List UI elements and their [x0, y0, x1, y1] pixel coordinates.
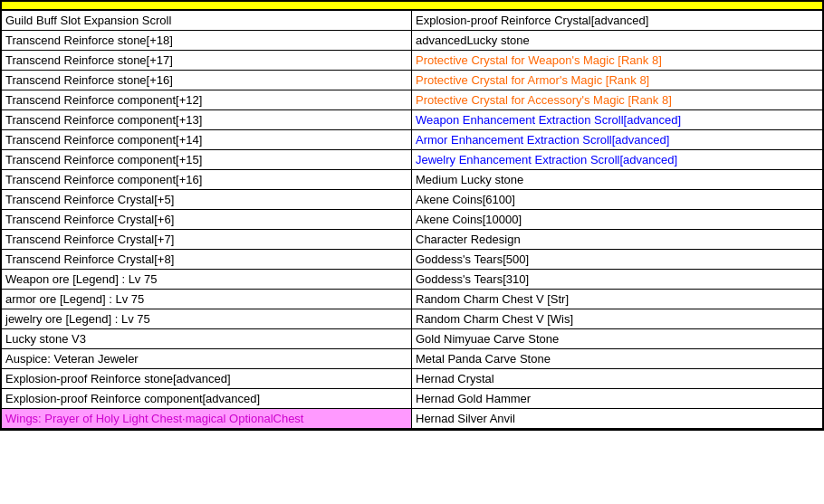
- table-row: Random Charm Chest V [Str]: [412, 290, 822, 309]
- table-row: Jewelry Enhancement Extraction Scroll[ad…: [412, 150, 822, 170]
- table-row: Explosion-proof Reinforce Crystal[advanc…: [412, 11, 822, 31]
- table-row: Armor Enhancement Extraction Scroll[adva…: [412, 130, 822, 150]
- table-row: Transcend Reinforce component[+14]: [2, 130, 412, 150]
- table-row: Random Charm Chest V [Wis]: [412, 309, 822, 329]
- table-row: Protective Crystal for Armor's Magic [Ra…: [412, 71, 822, 90]
- table-row: Weapon Enhancement Extraction Scroll[adv…: [412, 110, 822, 130]
- table-row: Goddess's Tears[310]: [412, 270, 822, 290]
- table-row: advancedLucky stone: [412, 31, 822, 51]
- table-row: Wings: Prayer of Holy Light Chest·magica…: [2, 409, 412, 429]
- table-row: Transcend Reinforce stone[+18]: [2, 31, 412, 51]
- table-row: Transcend Reinforce component[+12]: [2, 90, 412, 110]
- table-row: Goddess's Tears[500]: [412, 250, 822, 270]
- table-row: jewelry ore [Legend] : Lv 75: [2, 309, 412, 329]
- table-row: Metal Panda Carve Stone: [412, 349, 822, 369]
- table-row: Character Redesign: [412, 230, 822, 250]
- table-row: Transcend Reinforce stone[+16]: [2, 71, 412, 90]
- table-row: Transcend Reinforce Crystal[+8]: [2, 250, 412, 270]
- table-row: Transcend Reinforce Crystal[+5]: [2, 190, 412, 210]
- table-row: Hernad Crystal: [412, 369, 822, 389]
- table-row: Explosion-proof Reinforce stone[advanced…: [2, 369, 412, 389]
- table-row: Medium Lucky stone: [412, 170, 822, 190]
- table-row: Auspice: Veteran Jeweler: [2, 349, 412, 369]
- table-row: Transcend Reinforce component[+15]: [2, 150, 412, 170]
- table-row: Guild Buff Slot Expansion Scroll: [2, 11, 412, 31]
- table-row: Hernad Gold Hammer: [412, 389, 822, 409]
- table-row: Protective Crystal for Accessory's Magic…: [412, 90, 822, 110]
- table-row: Explosion-proof Reinforce component[adva…: [2, 389, 412, 409]
- table-grid: Guild Buff Slot Expansion ScrollExplosio…: [2, 11, 822, 429]
- table-row: Akene Coins[10000]: [412, 210, 822, 230]
- table-row: Transcend Reinforce component[+16]: [2, 170, 412, 190]
- table-row: Lucky stone V3: [2, 329, 412, 349]
- table-title: [2, 2, 822, 11]
- table-row: Gold Nimyuae Carve Stone: [412, 329, 822, 349]
- table-row: Weapon ore [Legend] : Lv 75: [2, 270, 412, 290]
- table-row: Transcend Reinforce component[+13]: [2, 110, 412, 130]
- table-row: armor ore [Legend] : Lv 75: [2, 290, 412, 309]
- relic-toolbox-table: Guild Buff Slot Expansion ScrollExplosio…: [0, 0, 824, 431]
- table-row: Transcend Reinforce Crystal[+6]: [2, 210, 412, 230]
- table-row: Protective Crystal for Weapon's Magic [R…: [412, 51, 822, 71]
- table-row: Hernad Silver Anvil: [412, 409, 822, 429]
- table-row: Transcend Reinforce stone[+17]: [2, 51, 412, 71]
- table-row: Akene Coins[6100]: [412, 190, 822, 210]
- table-row: Transcend Reinforce Crystal[+7]: [2, 230, 412, 250]
